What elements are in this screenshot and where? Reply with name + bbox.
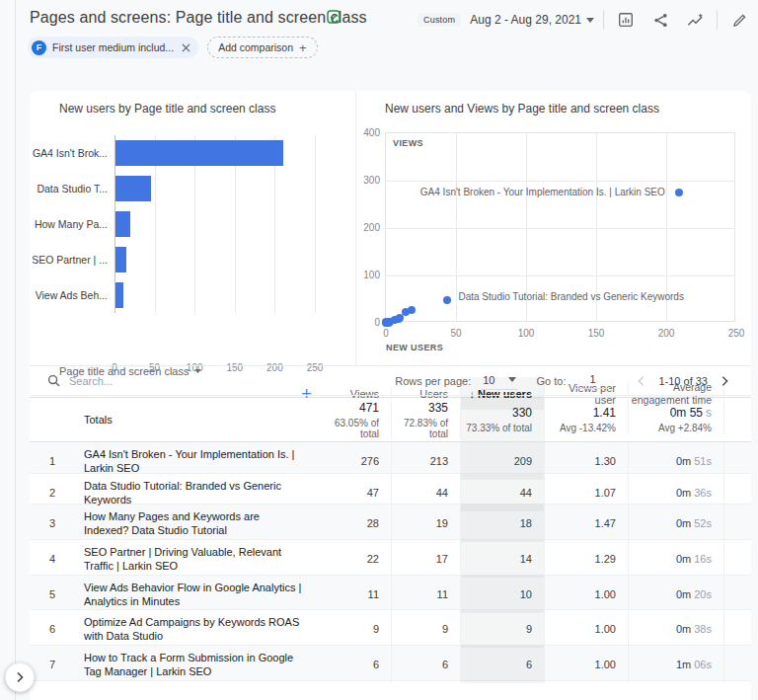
avg-engagement-cell: 0m38s (629, 610, 724, 648)
bar[interactable] (115, 211, 130, 237)
views-cell: 22 (322, 540, 392, 578)
search-box[interactable] (47, 374, 395, 387)
views-cell: 6 (322, 646, 392, 683)
table-row: 7How to Track a Form Submission in Googl… (30, 646, 751, 681)
date-range-picker[interactable]: Aug 2 - Aug 29, 2021 (470, 13, 594, 27)
y-tick-label: 0 (352, 317, 380, 328)
table-row: 5View Ads Behavior Flow in Google Analyt… (30, 576, 751, 610)
chevron-right-icon (718, 374, 731, 388)
data-table: Page title and screen class + Views User… (30, 365, 751, 681)
row-number: 5 (30, 588, 75, 600)
row-number: 6 (30, 623, 75, 635)
views-cell: 11 (322, 576, 392, 613)
users-cell: 19 (392, 505, 461, 542)
gridline (315, 135, 316, 313)
data-point[interactable] (675, 189, 683, 196)
rows-per-page-select[interactable]: 10 (481, 372, 518, 390)
data-point[interactable] (385, 319, 393, 327)
table-row: 4SEO Partner | Driving Valuable, Relevan… (30, 540, 751, 576)
gridline (456, 133, 457, 321)
charts-section: New users by Page title and screen class… (30, 91, 751, 365)
previous-page-button[interactable] (633, 372, 650, 390)
table-row: 2Data Studio Tutorial: Branded vs Generi… (30, 474, 751, 505)
bar[interactable] (115, 282, 123, 308)
row-number: 4 (30, 553, 75, 565)
avg-engagement-cell: 0m16s (629, 540, 724, 578)
goto-page-input[interactable] (575, 373, 609, 389)
x-tick-label: 250 (722, 328, 750, 339)
caret-down-icon (508, 377, 516, 382)
pager: 1-10 of 33 (633, 372, 733, 390)
page-title-cell: View Ads Behavior Flow in Google Analyti… (75, 576, 322, 613)
data-quality-icon[interactable] (327, 10, 341, 28)
views-per-user-cell: 1.47 (545, 505, 629, 542)
pagination-range: 1-10 of 33 (658, 375, 708, 387)
new-users-cell: 18 (461, 505, 545, 542)
date-mode-badge: Custom (417, 13, 461, 27)
bar-category-label: GA4 Isn't Brok... (30, 135, 108, 171)
bar[interactable] (115, 176, 151, 201)
comparison-bar: F First user medium includ... Add compar… (28, 37, 318, 58)
point-label: GA4 Isn't Broken - Your Implementation I… (420, 187, 665, 197)
x-axis-label: NEW USERS (386, 343, 443, 352)
users-cell: 11 (392, 576, 461, 613)
x-tick-label: 150 (582, 328, 610, 339)
new-users-cell: 10 (461, 576, 545, 613)
page-title-cell: Optimize Ad Campaigns by Keywords ROAS w… (75, 610, 322, 648)
comparison-chip[interactable]: F First user medium includ... (28, 37, 198, 58)
goto-label: Go to: (536, 375, 566, 387)
comparison-chip-label: First user medium includ... (52, 41, 174, 53)
totals-label: Totals (75, 414, 322, 426)
totals-users: 33572.83% of total (392, 401, 461, 439)
scatter-plot: VIEWS NEW USERS 010020030040005010015020… (385, 132, 735, 322)
views-per-user-cell: 1.00 (545, 610, 629, 648)
views-cell: 28 (322, 505, 392, 542)
y-tick-label: 400 (352, 127, 380, 138)
remove-comparison-icon[interactable] (182, 43, 190, 52)
x-tick-label: 100 (512, 328, 540, 339)
row-number: 2 (30, 487, 75, 499)
search-input[interactable] (69, 375, 266, 387)
row-number: 3 (30, 517, 75, 529)
pagination-controls: Rows per page: 10 Go to: 1-10 of 33 (395, 372, 733, 390)
bar-category-label: Data Studio T... (30, 171, 108, 206)
customize-report-icon[interactable] (613, 8, 639, 32)
gridline (386, 228, 734, 229)
y-tick-label: 200 (352, 222, 380, 233)
rows-per-page-label: Rows per page: (395, 375, 471, 387)
totals-views: 47163.05% of total (322, 401, 392, 439)
bar[interactable] (115, 247, 126, 272)
users-cell: 17 (392, 540, 461, 578)
bar-chart-title: New users by Page title and screen class (59, 102, 275, 116)
row-number: 1 (30, 455, 75, 467)
add-comparison-button[interactable]: Add comparison + (207, 37, 317, 58)
table-body: 1GA4 Isn't Broken - Your Implementation … (30, 442, 751, 681)
y-axis-label: VIEWS (393, 138, 423, 148)
totals-new-users: 33073.33% of total (461, 398, 545, 441)
y-tick-label: 100 (352, 270, 380, 280)
search-icon (47, 374, 60, 387)
scatter-chart-title: New users and Views by Page title and sc… (385, 102, 659, 116)
collapsed-sidebar (0, 0, 16, 700)
insights-icon[interactable] (682, 8, 708, 32)
new-users-cell: 6 (461, 646, 545, 683)
edit-icon[interactable] (726, 8, 752, 32)
expand-sidebar-button[interactable] (5, 662, 35, 692)
table-row: 3How Many Pages and Keywords are Indexed… (30, 505, 751, 540)
share-icon[interactable] (647, 8, 673, 32)
views-cell: 9 (322, 610, 392, 648)
new-users-cell: 14 (461, 540, 545, 578)
page-title: Pages and screens: Page title and screen… (30, 9, 367, 27)
next-page-button[interactable] (716, 372, 733, 390)
divider (603, 10, 604, 30)
bar-category-label: SEO Partner | ... (30, 242, 108, 277)
users-cell: 9 (392, 610, 461, 648)
x-tick-label: 0 (372, 328, 400, 339)
y-tick-label: 300 (352, 175, 380, 186)
gridline (386, 275, 734, 276)
bar[interactable] (115, 140, 283, 166)
table-row: 6Optimize Ad Campaigns by Keywords ROAS … (30, 610, 751, 646)
totals-avg-engagement: 0m 55s Avg +2.84% (629, 406, 724, 433)
divider (717, 10, 718, 30)
data-point[interactable] (443, 296, 451, 304)
